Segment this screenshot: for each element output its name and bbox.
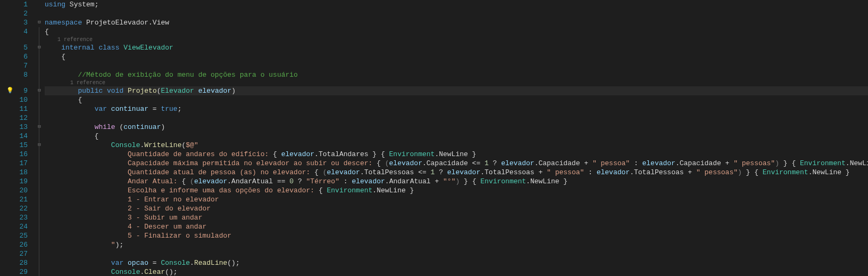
code-line: //Método de exibição do menu de opções p…	[45, 70, 868, 79]
code-line: var continuar = true;	[45, 104, 868, 113]
codelens-reference[interactable]: 1 reference	[45, 79, 868, 86]
code-line	[45, 61, 868, 70]
code-line: Console.WriteLine($@"	[45, 141, 868, 150]
code-line	[45, 9, 868, 18]
code-line: var opcao = Console.ReadLine();	[45, 258, 868, 267]
fold-toggle[interactable]: ⊟	[35, 43, 44, 52]
code-line	[45, 249, 868, 258]
code-line: Capacidade máxima permitida no elevador …	[45, 159, 868, 168]
code-line: Andar Atual: { (elevador.AndarAtual == 0…	[45, 177, 868, 186]
code-line: 4 - Descer um andar	[45, 222, 868, 231]
code-line: 1 - Entrar no elevador	[45, 195, 868, 204]
code-line: {	[45, 95, 868, 104]
code-line: 2 - Sair do elevador	[45, 204, 868, 213]
code-line: internal class ViewElevador	[45, 43, 868, 52]
code-line: Quantidade de andares do edifício: { ele…	[45, 150, 868, 159]
fold-toggle[interactable]: ⊟	[35, 18, 44, 27]
fold-gutter: ⊟ ⊟ ⊟ ⊟ ⊟	[35, 0, 44, 276]
codelens-reference[interactable]: 1 reference	[45, 36, 868, 43]
line-number-gutter: 1 2 3 4 5 6 7 8 💡9 10 11 12 13 14 15 16 …	[0, 0, 35, 276]
code-line: {	[45, 132, 868, 141]
fold-toggle[interactable]: ⊟	[35, 123, 44, 132]
code-editor[interactable]: 1 2 3 4 5 6 7 8 💡9 10 11 12 13 14 15 16 …	[0, 0, 868, 276]
code-line: Quantidade atual de pessoa (as) no eleva…	[45, 168, 868, 177]
code-line: ");	[45, 240, 868, 249]
fold-toggle[interactable]: ⊟	[35, 86, 44, 95]
code-line: {	[45, 52, 868, 61]
lightbulb-icon[interactable]: 💡	[6, 86, 14, 95]
code-line: Console.Clear();	[45, 267, 868, 276]
code-line: {	[45, 27, 868, 36]
code-line: Escolha e informe uma das opções do elev…	[45, 186, 868, 195]
code-line: 3 - Subir um andar	[45, 213, 868, 222]
code-line	[45, 113, 868, 123]
code-line: namespace ProjetoElevador.View	[45, 18, 868, 27]
code-line: while (continuar)	[45, 123, 868, 132]
code-line: 5 - Finalizar o simulador	[45, 231, 868, 240]
fold-toggle[interactable]: ⊟	[35, 141, 44, 150]
code-line-current: public void Projeto(Elevador elevador)	[45, 86, 868, 95]
code-area[interactable]: using System; namespace ProjetoElevador.…	[44, 0, 868, 276]
code-line: using System;	[45, 0, 868, 9]
